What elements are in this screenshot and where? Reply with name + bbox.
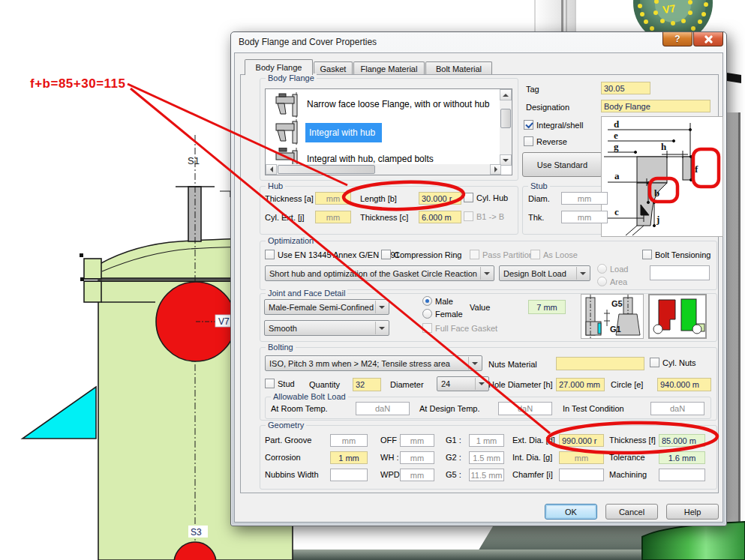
chevron-down-icon bbox=[576, 267, 589, 280]
joint-type-dropdown[interactable]: Male-Female Semi-Confined bbox=[264, 299, 389, 315]
int-dia-field[interactable]: mm bbox=[559, 451, 604, 464]
tab-label: Gasket bbox=[320, 64, 347, 73]
tab-gasket[interactable]: Gasket bbox=[314, 61, 353, 75]
list-item[interactable]: Integral with hub, clamped bolts bbox=[307, 154, 434, 164]
use-en13445-checkbox[interactable]: Use EN 13445 Annex G/EN 1591 bbox=[265, 250, 400, 259]
scroll-left-button[interactable] bbox=[266, 164, 277, 175]
thickness-f-label: Thickness [f] bbox=[609, 436, 656, 445]
flange-diagram: d e g h a f b c j bbox=[601, 116, 723, 237]
dialog-titlebar[interactable]: Body Flange and Cover Properties ? bbox=[231, 32, 726, 52]
s3-label: S3 bbox=[191, 527, 202, 538]
female-radio[interactable]: Female bbox=[422, 309, 463, 319]
face-finish-dropdown[interactable]: Smooth bbox=[264, 320, 389, 336]
value-label: Value bbox=[470, 303, 490, 312]
group-label: Optimization bbox=[266, 236, 316, 245]
int-dia-label: Int. Dia. [g] bbox=[512, 453, 552, 462]
thickness-c-field[interactable]: 6.000 m bbox=[419, 211, 461, 223]
design-bolt-load-dropdown[interactable]: Design Bolt Load bbox=[499, 265, 590, 281]
optimization-value-field[interactable] bbox=[650, 265, 710, 280]
cyl-ext-j-field[interactable]: mm bbox=[315, 211, 351, 223]
joint-value-field[interactable]: 7 mm bbox=[528, 300, 566, 314]
scroll-right-button[interactable] bbox=[490, 164, 501, 175]
hole-diameter-label: Hole Diameter [h] bbox=[488, 380, 553, 389]
checkbox-icon bbox=[381, 250, 391, 259]
corrosion-field[interactable]: 1 mm bbox=[330, 451, 368, 464]
male-radio[interactable]: Male bbox=[422, 296, 453, 306]
list-hscrollbar[interactable] bbox=[266, 164, 501, 175]
cyl-hub-checkbox[interactable]: Cyl. Hub bbox=[464, 193, 508, 202]
optimization-method-dropdown[interactable]: Short hub and optimization of the Gasket… bbox=[265, 265, 494, 281]
allowable-bolt-load-group: Allowable Bolt Load bbox=[265, 397, 711, 419]
tab-body-flange[interactable]: Body Flange bbox=[245, 59, 313, 75]
room-temp-field: daN bbox=[356, 402, 410, 415]
thickness-f-field[interactable]: 85.000 m bbox=[659, 434, 705, 447]
thickness-c-label: Thickness [c] bbox=[360, 213, 408, 222]
nuts-material-field[interactable] bbox=[556, 357, 644, 370]
scroll-up-button[interactable] bbox=[500, 89, 512, 100]
g1-dim-label: G1 : bbox=[446, 436, 461, 445]
compression-ring-checkbox[interactable]: Compression Ring bbox=[381, 250, 461, 259]
full-face-gasket-checkbox: Full Face Gasket bbox=[422, 323, 497, 333]
designation-field[interactable]: Body Flange bbox=[601, 100, 710, 112]
bolt-tensioning-checkbox[interactable]: Bolt Tensioning bbox=[642, 250, 710, 259]
tab-bolt-material[interactable]: Bolt Material bbox=[425, 61, 492, 75]
dim-h-label: h bbox=[661, 141, 667, 152]
nubbins-width-field[interactable] bbox=[330, 469, 368, 481]
cancel-button[interactable]: Cancel bbox=[605, 504, 658, 520]
list-item[interactable]: Narrow face loose Flange, with or withou… bbox=[307, 99, 489, 109]
flange-type-list[interactable]: Narrow face loose Flange, with or withou… bbox=[265, 88, 512, 175]
thickness-a-field[interactable]: mm bbox=[315, 192, 351, 205]
quantity-field[interactable]: 32 bbox=[353, 378, 381, 391]
checkbox-label: Full Face Gasket bbox=[435, 324, 497, 333]
s1-label: S1 bbox=[188, 155, 200, 166]
flange-lower bbox=[84, 281, 101, 302]
circle-e-label: Circle [e] bbox=[611, 380, 643, 389]
vscroll-thumb[interactable] bbox=[500, 109, 511, 128]
bolt-standard-dropdown[interactable]: ISO, Pitch 3 mm when > M24; Tensile stre… bbox=[265, 355, 482, 371]
stud-checkbox[interactable]: Stud bbox=[265, 379, 295, 388]
reverse-checkbox[interactable]: Reverse bbox=[524, 136, 567, 146]
length-b-field[interactable]: 30.000 r bbox=[419, 192, 461, 205]
dim-j-label: j bbox=[656, 214, 659, 225]
tab-flange-material[interactable]: Flange Material bbox=[353, 61, 425, 75]
diameter-dropdown[interactable]: 24 bbox=[437, 376, 489, 391]
help-titlebar-button[interactable]: ? bbox=[662, 32, 692, 46]
wh-label: WH : bbox=[380, 453, 398, 462]
ok-button[interactable]: OK bbox=[545, 504, 597, 520]
tab-label: Flange Material bbox=[361, 64, 418, 73]
help-button[interactable]: Help bbox=[666, 504, 719, 520]
hole-diameter-field[interactable]: 27.000 mm bbox=[556, 378, 605, 391]
radio-icon bbox=[422, 309, 432, 319]
dim-d-label: d bbox=[614, 118, 620, 130]
hscroll-thumb[interactable] bbox=[278, 165, 375, 174]
dialog-title: Body Flange and Cover Properties bbox=[239, 37, 377, 47]
quantity-label: Quantity bbox=[309, 380, 340, 389]
scroll-down-button[interactable] bbox=[500, 154, 512, 166]
checkbox-icon bbox=[530, 250, 540, 259]
length-b-label: Length [b] bbox=[360, 194, 397, 203]
chevron-down-icon bbox=[468, 357, 481, 370]
circle-e-field[interactable]: 940.000 m bbox=[657, 378, 711, 391]
ext-dia-field[interactable]: 990.000 r bbox=[559, 434, 604, 447]
cyl-nuts-checkbox[interactable]: Cyl. Nuts bbox=[650, 358, 696, 367]
machining-field[interactable] bbox=[659, 469, 705, 481]
list-item-selected[interactable]: Integral with hub bbox=[305, 123, 382, 142]
use-standard-button[interactable]: Use Standard bbox=[522, 152, 602, 177]
tag-field[interactable]: 30.05 bbox=[601, 82, 650, 94]
close-button[interactable] bbox=[693, 32, 723, 46]
checkbox-label: Stud bbox=[278, 379, 295, 388]
checkbox-icon bbox=[464, 193, 473, 202]
list-vscrollbar[interactable] bbox=[500, 89, 512, 166]
question-icon: ? bbox=[674, 34, 680, 44]
designation-label: Designation bbox=[526, 103, 569, 112]
button-label: Cancel bbox=[619, 508, 644, 517]
tag-label: Tag bbox=[526, 85, 539, 94]
dropdown-value: ISO, Pitch 3 mm when > M24; Tensile stre… bbox=[269, 359, 450, 368]
chamfer-field[interactable] bbox=[559, 469, 604, 481]
flange-type-icon bbox=[270, 119, 302, 145]
checkbox-label: Integral/shell bbox=[536, 121, 583, 130]
tolerance-label: Tolerance bbox=[609, 453, 645, 462]
integral-shell-checkbox[interactable]: Integral/shell bbox=[524, 120, 583, 130]
checkbox-icon bbox=[422, 323, 432, 333]
tolerance-field[interactable]: 1.6 mm bbox=[659, 451, 705, 464]
